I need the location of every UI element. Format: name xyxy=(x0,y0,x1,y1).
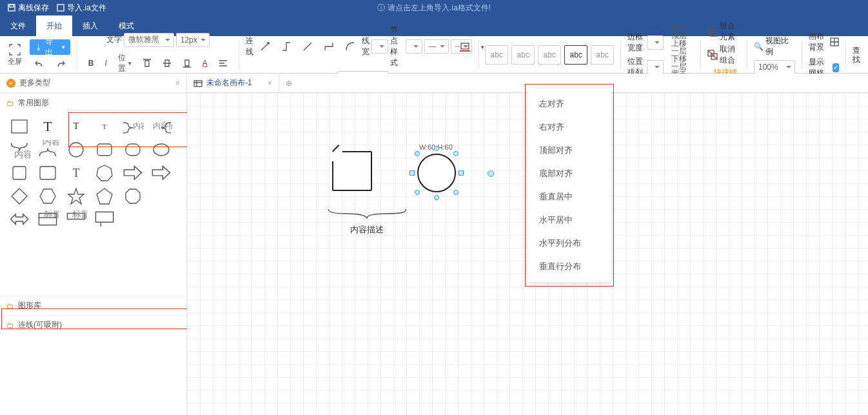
menu-start[interactable]: 开始 xyxy=(36,15,72,36)
shape-arrow-lr[interactable] xyxy=(5,208,34,231)
linewidth-select[interactable] xyxy=(371,39,388,54)
canvas[interactable]: 内容描述 W:60 H:60 左对齐 右对齐 顶部对齐 底部对齐 垂直居中 水平 xyxy=(187,93,868,415)
abc-style-2[interactable]: abc xyxy=(511,45,535,65)
find-button[interactable]: 查 找 xyxy=(853,46,860,64)
section-common-shapes[interactable]: 🗀 常用图形 xyxy=(0,93,186,112)
svg-rect-4 xyxy=(461,43,469,49)
connector-3[interactable] xyxy=(298,39,317,54)
showgrid-checkbox[interactable]: ✓ xyxy=(833,63,839,72)
sidebar-header: + 更多类型 × xyxy=(0,74,186,93)
shape-arrow-r[interactable] xyxy=(119,161,147,185)
menu-insert[interactable]: 插入 xyxy=(72,15,108,36)
export-button[interactable]: ⭳ 导出 ▾ xyxy=(30,39,70,55)
canvas-shape-circle[interactable] xyxy=(417,154,456,192)
ctx-align-bottom[interactable]: 底部对齐 xyxy=(528,162,611,185)
info-icon: ⓘ xyxy=(377,3,385,14)
linestyle-select[interactable]: — xyxy=(424,39,449,54)
fullscreen-icon[interactable] xyxy=(8,43,22,57)
svg-marker-23 xyxy=(12,188,27,204)
menu-file[interactable]: 文件 xyxy=(0,15,36,36)
redo-button[interactable] xyxy=(51,57,70,70)
zoom-select[interactable]: 100% xyxy=(754,60,795,74)
connector-5[interactable] xyxy=(340,39,360,54)
undo-button[interactable] xyxy=(30,57,49,70)
italic-button[interactable]: I xyxy=(100,56,111,70)
add-tab-button[interactable]: ⊕ xyxy=(279,74,299,92)
shape-arrow-r2[interactable] xyxy=(147,161,175,185)
bold-button[interactable]: B xyxy=(84,56,99,70)
font-color-button[interactable]: A xyxy=(198,56,212,70)
save-icon xyxy=(8,4,15,12)
doc-tab-label: 未命名画布-1 xyxy=(206,77,252,88)
shape-callout[interactable] xyxy=(90,208,119,231)
svg-text:标题: 标题 xyxy=(43,210,59,219)
shape-octagon[interactable] xyxy=(119,185,147,208)
canvas-shape-cutrect[interactable] xyxy=(332,151,372,191)
resize-handle[interactable] xyxy=(415,151,420,156)
ctx-align-top[interactable]: 顶部对齐 xyxy=(528,139,611,162)
shape-rect[interactable] xyxy=(5,115,34,138)
connector-4[interactable] xyxy=(319,39,339,54)
bg-icon[interactable] xyxy=(830,37,839,46)
connector-1[interactable] xyxy=(255,39,275,54)
resize-handle[interactable] xyxy=(409,170,415,176)
fill-color-button[interactable] xyxy=(455,40,475,54)
shape-brace-down[interactable]: 内容描述 xyxy=(5,138,34,161)
shape-star[interactable] xyxy=(62,185,90,208)
shape-text[interactable]: T xyxy=(34,115,62,138)
shape-hexagon[interactable] xyxy=(34,185,62,208)
svg-marker-25 xyxy=(68,188,84,204)
text-label: 文字 xyxy=(106,34,122,45)
fontsize-select[interactable]: 12px xyxy=(176,33,210,47)
resize-handle[interactable] xyxy=(459,170,464,176)
shape-text2[interactable]: T xyxy=(62,161,90,185)
alignlayout-select[interactable] xyxy=(647,60,664,74)
nodestyle-select[interactable] xyxy=(406,39,422,54)
fill-color-drop[interactable]: ▾ xyxy=(477,41,489,53)
ctx-align-right[interactable]: 右对齐 xyxy=(528,116,611,139)
combine-button[interactable]: 组合元素 xyxy=(720,21,740,43)
rotate-handle[interactable] xyxy=(488,170,494,177)
shape-heptagon[interactable] xyxy=(90,161,119,185)
title-bar: 离线保存 导入.ia文件 ⓘ 请点击左上角导入.ia格式文件! xyxy=(0,0,868,15)
import-file-button[interactable]: 导入.ia文件 xyxy=(53,1,110,15)
position-button[interactable]: 位置▾ xyxy=(113,50,136,77)
context-menu: 左对齐 右对齐 顶部对齐 底部对齐 垂直居中 水平居中 水平列分布 垂直行分布 xyxy=(528,88,611,282)
svg-rect-2 xyxy=(57,5,64,11)
resize-handle[interactable] xyxy=(415,190,420,195)
canvas-shape-brace[interactable]: 内容描述 xyxy=(326,208,408,236)
abc-style-5[interactable]: abc xyxy=(591,45,614,65)
font-select[interactable]: 微软雅黑 xyxy=(124,33,174,47)
valign-bot-button[interactable] xyxy=(178,56,196,70)
shape-diamond[interactable] xyxy=(5,185,34,208)
connector-2[interactable] xyxy=(277,39,296,54)
resize-handle[interactable] xyxy=(434,195,439,200)
ctx-align-vcenter[interactable]: 垂直居中 xyxy=(528,185,611,208)
uncombine-button[interactable]: 取消组合 xyxy=(720,44,740,66)
resize-handle[interactable] xyxy=(453,151,459,156)
shape-square[interactable] xyxy=(5,161,34,185)
abc-style-3[interactable]: abc xyxy=(538,45,561,65)
more-types-label[interactable]: 更多类型 xyxy=(19,77,50,88)
ctx-align-hcenter[interactable]: 水平居中 xyxy=(528,208,611,232)
shape-table2[interactable]: 标题 xyxy=(62,208,90,231)
borderwidth-select[interactable] xyxy=(647,35,664,50)
shape-pentagon[interactable] xyxy=(90,185,119,208)
ctx-align-left[interactable]: 左对齐 xyxy=(528,92,611,116)
tab-close[interactable]: × xyxy=(268,79,272,88)
ctx-dist-h[interactable]: 水平列分布 xyxy=(528,232,611,255)
resize-handle[interactable] xyxy=(434,146,439,151)
doc-tab-1[interactable]: 未命名画布-1 × xyxy=(187,74,279,92)
sidebar-close[interactable]: × xyxy=(175,79,180,88)
align-button[interactable] xyxy=(214,57,232,70)
valign-mid-button[interactable] xyxy=(158,56,176,70)
resize-handle[interactable] xyxy=(453,190,459,195)
abc-style-4[interactable]: abc xyxy=(564,45,587,65)
offline-save-button[interactable]: 离线保存 xyxy=(4,1,53,15)
ctx-dist-v[interactable]: 垂直行分布 xyxy=(528,255,611,278)
valign-top-button[interactable] xyxy=(138,56,156,70)
shape-table1[interactable]: 标题 xyxy=(34,208,62,231)
plus-icon[interactable]: + xyxy=(6,79,15,88)
shape-square2[interactable] xyxy=(34,161,62,185)
shape-brace-up[interactable]: 内容描述 xyxy=(34,138,62,161)
